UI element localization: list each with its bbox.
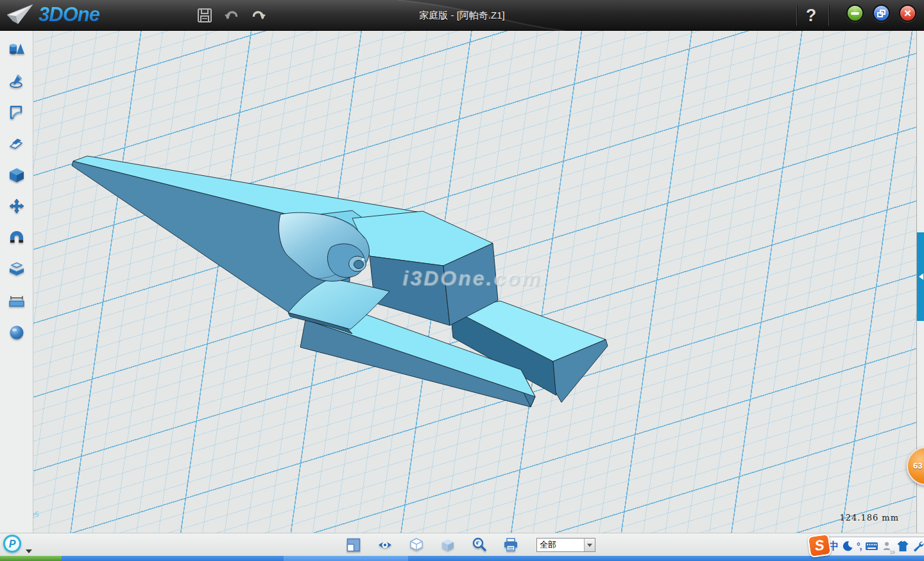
keyboard-icon (865, 540, 878, 552)
shaded-view-button[interactable] (440, 537, 456, 553)
help-button[interactable]: ? (800, 4, 823, 27)
app-logo-text: 3DOne (38, 3, 105, 26)
sidebar-item-magnet-assembly[interactable] (7, 230, 26, 246)
filter-value: 全部 (537, 539, 584, 551)
taskbar-segment[interactable] (62, 556, 284, 561)
sidebar-item-measure-bar[interactable] (7, 293, 26, 309)
sidebar-item-pattern-stack[interactable] (7, 261, 26, 278)
print-button[interactable] (502, 537, 519, 553)
measure-icon (8, 293, 26, 309)
ime-soft-keyboard-button[interactable] (864, 538, 879, 555)
sidebar-item-special-shape[interactable] (7, 167, 26, 184)
paper-plane-icon (5, 2, 35, 28)
sidebar-item-feature-trim[interactable] (7, 135, 26, 152)
sidebar-item-move-transform[interactable] (7, 198, 26, 215)
application-window: 3DOne (0, 0, 924, 561)
sidebar-item-sketch-edit[interactable] (7, 104, 26, 121)
account-badge: 19 (890, 550, 895, 555)
restore-button[interactable] (873, 4, 890, 22)
undo-icon (223, 7, 240, 24)
sidebar-item-primitive-solids[interactable] (7, 41, 26, 58)
display-filter-select[interactable]: 全部 (536, 538, 595, 552)
wireframe-view-button[interactable] (408, 537, 425, 553)
view-corner-icon (345, 537, 362, 553)
title-bar: 3DOne (0, 0, 924, 31)
primitive-solids-icon (8, 41, 26, 58)
viewport-canvas[interactable]: i3DOne.com 25 124.186 mm (33, 31, 916, 533)
halfwidth-moon-icon (842, 540, 853, 552)
restore-icon (877, 10, 886, 17)
badge-count: 63 (913, 461, 922, 470)
magnet-icon (8, 230, 26, 246)
taskbar-active-task-segment[interactable] (284, 556, 408, 561)
dimension-readout: 124.186 mm (839, 513, 899, 522)
taskbar-start-segment[interactable] (0, 556, 62, 561)
minimize-button[interactable] (846, 4, 864, 22)
sidebar-item-sketch-draw[interactable] (7, 73, 26, 89)
ime-account-button[interactable]: 19 (881, 538, 894, 555)
close-button[interactable]: ✕ (899, 4, 916, 22)
caret-down-icon[interactable] (26, 549, 32, 553)
titlebar-divider (796, 5, 797, 26)
cube-icon (8, 167, 26, 184)
ime-skin-button[interactable] (896, 538, 910, 555)
panel-collapse-tab[interactable] (917, 232, 924, 321)
taskbar-segment[interactable] (408, 556, 924, 561)
ime-settings-button[interactable] (912, 538, 924, 555)
app-logo: 3DOne (5, 2, 105, 28)
shaded-cube-icon (440, 537, 456, 553)
feature-trim-icon (8, 135, 26, 152)
bottom-toolbar: P (0, 533, 924, 556)
dropdown-arrow-icon[interactable] (584, 539, 595, 551)
magnifier-icon (471, 537, 488, 553)
ime-toolbar: S 中 °, 19 (818, 537, 924, 556)
sketch-edit-icon (8, 104, 26, 121)
ime-logo-button[interactable]: S (807, 533, 832, 558)
collapse-arrow-icon (919, 273, 923, 280)
view-corner-button[interactable] (345, 537, 362, 553)
sphere-icon (8, 324, 26, 341)
eye-icon (377, 537, 393, 553)
move-arrows-icon (8, 198, 26, 215)
taskbar-strip (0, 556, 924, 561)
redo-button[interactable] (250, 7, 267, 24)
wireframe-cube-icon (408, 537, 425, 553)
titlebar-divider (828, 5, 829, 26)
ime-punctuation-toggle[interactable]: °, (856, 538, 862, 555)
tool-sidebar (0, 31, 33, 533)
printer-icon (502, 537, 519, 553)
zoom-button[interactable] (471, 537, 488, 553)
ime-width-toggle[interactable] (841, 538, 854, 555)
save-icon (196, 7, 213, 24)
profile-p-button[interactable]: P (3, 535, 21, 553)
undo-button[interactable] (223, 7, 240, 24)
sketch-draw-icon (8, 73, 26, 89)
tshirt-icon (896, 540, 909, 552)
minus-icon (851, 12, 859, 15)
redo-icon (250, 7, 267, 24)
close-icon: ✕ (903, 8, 912, 18)
sidebar-item-material-sphere[interactable] (7, 324, 26, 341)
stack-box-icon (8, 261, 26, 278)
visibility-button[interactable] (377, 537, 393, 553)
save-button[interactable] (196, 7, 213, 24)
grid-plane (33, 31, 916, 533)
titlebar-swoosh (0, 0, 924, 31)
wrench-icon (912, 540, 924, 552)
